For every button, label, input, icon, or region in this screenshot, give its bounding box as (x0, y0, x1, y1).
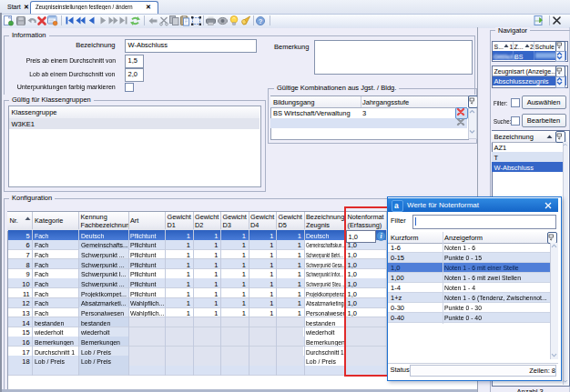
svg-text:?: ? (259, 16, 263, 25)
